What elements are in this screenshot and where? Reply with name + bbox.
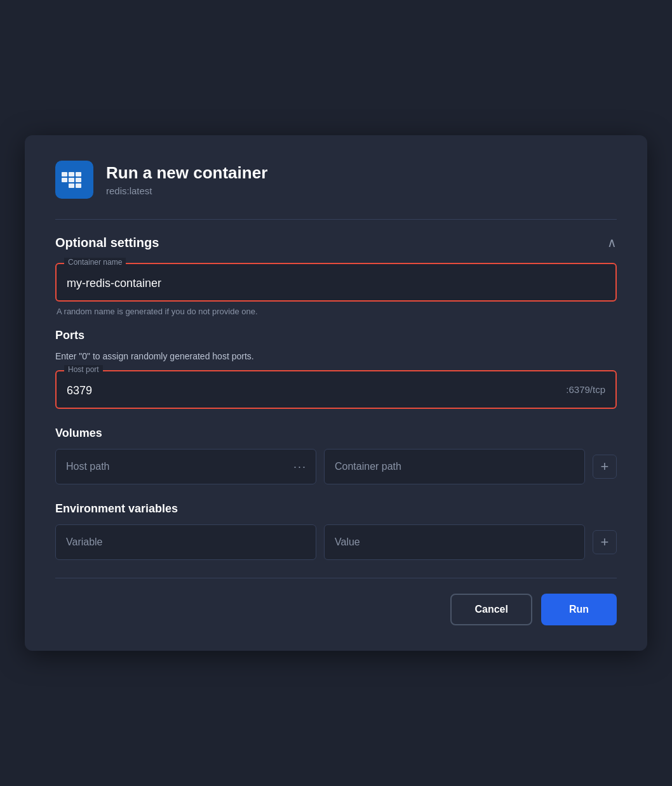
host-port-input[interactable] [57, 371, 566, 408]
host-port-label: Host port [64, 365, 103, 374]
value-input[interactable] [325, 525, 584, 559]
container-name-hint: A random name is generated if you do not… [55, 307, 617, 316]
ports-section: Ports Enter "0" to assign randomly gener… [55, 329, 617, 409]
container-path-field [324, 449, 585, 484]
svg-rect-3 [76, 172, 81, 177]
ports-hint: Enter "0" to assign randomly generated h… [55, 351, 617, 361]
port-suffix: :6379/tcp [566, 384, 615, 395]
env-row: + [55, 524, 617, 560]
env-title: Environment variables [55, 502, 617, 516]
env-section: Environment variables + [55, 502, 617, 560]
svg-rect-4 [62, 178, 67, 182]
container-name-input[interactable] [57, 264, 615, 300]
value-field [324, 524, 585, 560]
volumes-title: Volumes [55, 427, 617, 440]
svg-rect-7 [69, 183, 74, 188]
add-volume-button[interactable]: + [593, 455, 617, 479]
svg-rect-6 [76, 178, 81, 182]
svg-rect-1 [62, 172, 67, 177]
volumes-row: ··· + [55, 449, 617, 484]
container-name-wrapper: Container name [55, 263, 617, 302]
run-container-dialog: Run a new container redis:latest Optiona… [25, 135, 647, 651]
optional-settings-header: Optional settings ∧ [55, 235, 617, 250]
add-env-button[interactable]: + [593, 530, 617, 554]
collapse-icon[interactable]: ∧ [607, 235, 617, 250]
host-port-wrapper: Host port :6379/tcp [55, 370, 617, 409]
dialog-title-group: Run a new container redis:latest [106, 163, 267, 196]
volumes-section: Volumes ··· + [55, 427, 617, 484]
container-path-input[interactable] [325, 450, 584, 484]
container-name-label: Container name [64, 258, 126, 267]
header-divider [55, 219, 617, 220]
docker-logo-icon [55, 161, 93, 199]
svg-rect-2 [69, 172, 74, 177]
svg-rect-8 [76, 183, 81, 188]
variable-input[interactable] [56, 525, 316, 559]
ports-title: Ports [55, 329, 617, 342]
dialog-header: Run a new container redis:latest [55, 161, 617, 199]
host-path-field: ··· [55, 449, 316, 484]
variable-field [55, 524, 316, 560]
host-path-input[interactable] [56, 450, 293, 484]
run-button[interactable]: Run [541, 594, 617, 625]
browse-dots-icon[interactable]: ··· [293, 460, 316, 474]
optional-settings-title: Optional settings [55, 236, 159, 250]
dialog-title: Run a new container [106, 163, 267, 183]
svg-rect-5 [69, 178, 74, 182]
container-name-group: Container name A random name is generate… [55, 263, 617, 316]
cancel-button[interactable]: Cancel [450, 594, 532, 625]
dialog-footer: Cancel Run [55, 578, 617, 625]
dialog-subtitle: redis:latest [106, 185, 267, 196]
